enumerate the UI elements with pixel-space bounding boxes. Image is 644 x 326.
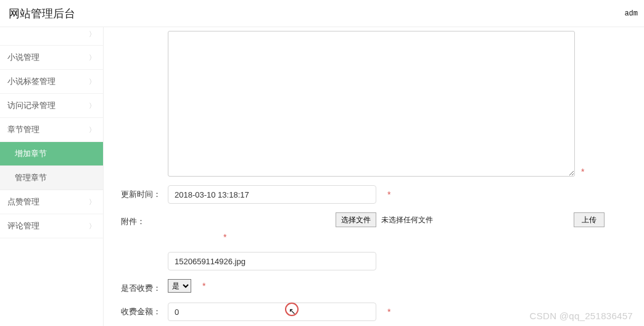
sidebar-item-label: 小说管理 (7, 52, 39, 63)
sidebar-item-comment[interactable]: 评论管理 〉 (0, 214, 103, 238)
sidebar-item-novel[interactable]: 小说管理 〉 (0, 46, 103, 70)
sidebar-item-label: 章节管理 (7, 124, 39, 135)
content-label (121, 31, 168, 35)
charge-amount-input[interactable] (168, 303, 376, 321)
required-mark: * (387, 190, 390, 199)
sidebar: 〉 小说管理 〉 小说标签管理 〉 访问记录管理 〉 章节管理 〉 增加章节 管… (0, 27, 104, 326)
chevron-right-icon: 〉 (89, 198, 96, 207)
chevron-right-icon: 〉 (89, 222, 96, 231)
required-mark: * (581, 167, 584, 177)
main-form: * 更新时间： * 附件： 选择文件 未选择任何文件 上传 * 是否收费： (104, 27, 644, 326)
sidebar-item-novel-tag[interactable]: 小说标签管理 〉 (0, 70, 103, 94)
update-time-input[interactable] (168, 185, 376, 204)
charge-amount-label: 收费金额： (121, 303, 168, 317)
is-charge-select[interactable]: 是 (168, 279, 191, 293)
required-mark: * (223, 232, 226, 242)
sidebar-item-partial[interactable]: 〉 (0, 27, 103, 46)
submenu-manage-chapter[interactable]: 管理章节 (0, 166, 103, 190)
required-mark: * (387, 307, 390, 317)
submenu-item-label: 管理章节 (15, 173, 47, 182)
sidebar-item-chapter[interactable]: 章节管理 〉 (0, 118, 103, 142)
chevron-right-icon: 〉 (89, 77, 96, 86)
row-update-time: 更新时间： * (121, 185, 642, 204)
sidebar-item-label: 点赞管理 (7, 196, 39, 207)
attach-label: 附件： (121, 212, 168, 227)
row-content: * (121, 31, 642, 177)
is-charge-label: 是否收费： (121, 279, 168, 294)
sidebar-item-label: 评论管理 (7, 220, 39, 232)
header: 网站管理后台 adm (0, 0, 644, 27)
content-textarea[interactable] (168, 31, 575, 177)
submenu-add-chapter[interactable]: 增加章节 (0, 142, 103, 166)
required-mark: * (202, 281, 205, 291)
chevron-right-icon: 〉 (89, 30, 96, 39)
submenu-chapter: 增加章节 管理章节 (0, 142, 103, 190)
content-wrap: * (168, 31, 584, 177)
row-attachment: 附件： 选择文件 未选择任何文件 上传 * (121, 212, 642, 270)
current-user: adm (624, 9, 638, 18)
choose-file-state: 未选择任何文件 (381, 215, 433, 225)
attach-input[interactable] (168, 252, 376, 270)
update-time-label: 更新时间： (121, 185, 168, 200)
sidebar-item-like[interactable]: 点赞管理 〉 (0, 190, 103, 214)
choose-file-button[interactable]: 选择文件 (336, 212, 376, 227)
submenu-item-label: 增加章节 (15, 149, 47, 158)
chevron-right-icon: 〉 (89, 101, 96, 111)
sidebar-item-label: 小说标签管理 (7, 76, 56, 87)
chevron-down-icon: 〉 (89, 125, 96, 135)
row-is-charge: 是否收费： 是 * (121, 279, 642, 294)
sidebar-item-visit-log[interactable]: 访问记录管理 〉 (0, 94, 103, 118)
layout: 〉 小说管理 〉 小说标签管理 〉 访问记录管理 〉 章节管理 〉 增加章节 管… (0, 27, 644, 326)
chevron-right-icon: 〉 (89, 53, 96, 62)
upload-button[interactable]: 上传 (574, 212, 605, 227)
row-charge-amount: 收费金额： * (121, 303, 642, 321)
sidebar-item-label: 访问记录管理 (7, 100, 56, 111)
page-title: 网站管理后台 (9, 6, 75, 21)
